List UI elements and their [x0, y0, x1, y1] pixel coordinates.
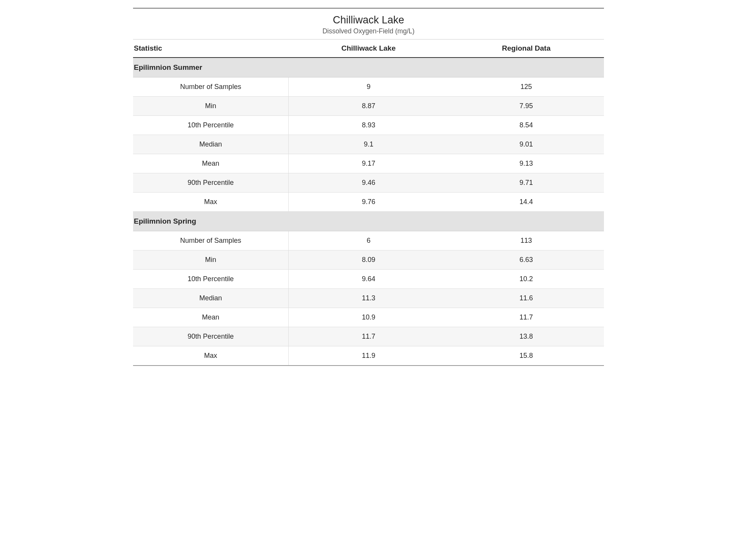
stat-label: 90th Percentile: [133, 173, 288, 193]
stat-label: Median: [133, 135, 288, 154]
regional-value: 9.01: [449, 135, 604, 154]
stat-label: Mean: [133, 308, 288, 327]
lake-value: 9.76: [288, 193, 449, 212]
regional-value: 14.4: [449, 193, 604, 212]
stat-label: Number of Samples: [133, 77, 288, 97]
lake-value: 11.7: [288, 327, 449, 346]
regional-value: 11.7: [449, 308, 604, 327]
regional-value: 125: [449, 77, 604, 97]
table-subtitle: Dissolved Oxygen-Field (mg/L): [133, 27, 604, 40]
regional-value: 9.71: [449, 173, 604, 193]
table-row: 10th Percentile9.6410.2: [133, 270, 604, 289]
stat-label: Max: [133, 346, 288, 366]
lake-value: 10.9: [288, 308, 449, 327]
stat-label: Max: [133, 193, 288, 212]
regional-value: 13.8: [449, 327, 604, 346]
lake-value: 8.87: [288, 97, 449, 116]
lake-value: 9: [288, 77, 449, 97]
table-row: Median9.19.01: [133, 135, 604, 154]
regional-value: 9.13: [449, 154, 604, 173]
regional-value: 6.63: [449, 250, 604, 270]
lake-value: 8.09: [288, 250, 449, 270]
regional-value: 7.95: [449, 97, 604, 116]
regional-value: 15.8: [449, 346, 604, 366]
lake-value: 8.93: [288, 116, 449, 135]
stat-label: 10th Percentile: [133, 116, 288, 135]
section-header: Epilimnion Spring: [133, 212, 604, 231]
lake-value: 6: [288, 231, 449, 250]
table-row: Max9.7614.4: [133, 193, 604, 212]
table-title: Chilliwack Lake: [133, 8, 604, 27]
stat-label: Number of Samples: [133, 231, 288, 250]
stat-label: Mean: [133, 154, 288, 173]
column-header-statistic: Statistic: [133, 40, 288, 58]
table-row: Min8.096.63: [133, 250, 604, 270]
lake-value: 9.64: [288, 270, 449, 289]
table-row: Number of Samples9125: [133, 77, 604, 97]
table-row: 90th Percentile9.469.71: [133, 173, 604, 193]
column-header-regional: Regional Data: [449, 40, 604, 58]
column-header-lake: Chilliwack Lake: [288, 40, 449, 58]
statistics-table: Chilliwack Lake Dissolved Oxygen-Field (…: [133, 8, 604, 366]
regional-value: 113: [449, 231, 604, 250]
regional-value: 10.2: [449, 270, 604, 289]
stat-label: Min: [133, 97, 288, 116]
section-header: Epilimnion Summer: [133, 58, 604, 77]
table-row: Max11.915.8: [133, 346, 604, 366]
table-row: 90th Percentile11.713.8: [133, 327, 604, 346]
lake-value: 11.9: [288, 346, 449, 366]
table-row: Number of Samples6113: [133, 231, 604, 250]
lake-value: 11.3: [288, 289, 449, 308]
table-row: Mean9.179.13: [133, 154, 604, 173]
table-row: Median11.311.6: [133, 289, 604, 308]
stat-label: 10th Percentile: [133, 270, 288, 289]
table-row: Min8.877.95: [133, 97, 604, 116]
stat-label: Median: [133, 289, 288, 308]
table-row: 10th Percentile8.938.54: [133, 116, 604, 135]
regional-value: 11.6: [449, 289, 604, 308]
lake-value: 9.1: [288, 135, 449, 154]
stat-label: 90th Percentile: [133, 327, 288, 346]
table-row: Mean10.911.7: [133, 308, 604, 327]
lake-value: 9.17: [288, 154, 449, 173]
lake-value: 9.46: [288, 173, 449, 193]
regional-value: 8.54: [449, 116, 604, 135]
stat-label: Min: [133, 250, 288, 270]
